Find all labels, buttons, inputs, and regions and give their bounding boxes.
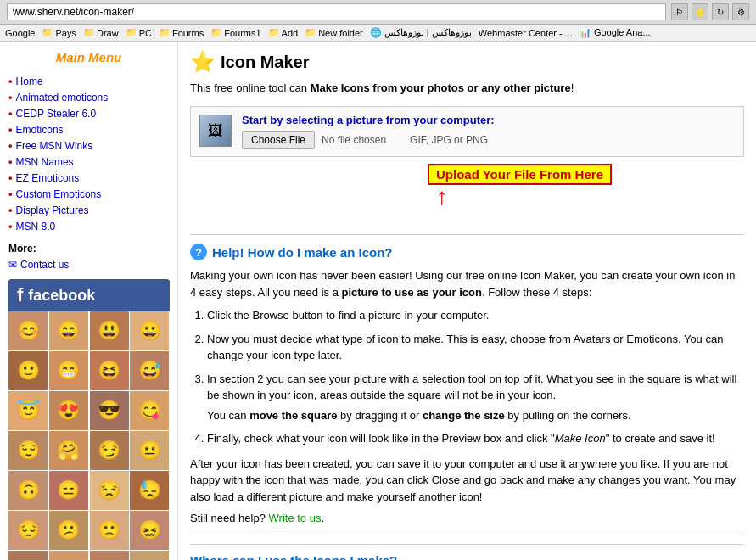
sidebar-item-display[interactable]: Display Pictures (8, 202, 169, 218)
bookmark-pc[interactable]: 📁 PC (126, 27, 152, 38)
star-icon: ⭐ (190, 50, 216, 74)
browser-chrome: www.sherv.net/icon-maker/ 🏳 ⭐ ↻ ⚙ (0, 0, 756, 25)
choose-file-button[interactable]: Choose File (242, 131, 315, 149)
help-intro-paragraph: Making your own icon has never been easi… (190, 267, 744, 300)
bookmark-newfolder[interactable]: 📁 New folder (305, 27, 363, 38)
sidebar-item-ez[interactable]: EZ Emoticons (8, 170, 169, 186)
upload-annotation-container: Upload Your File From Here ↑ (428, 164, 612, 209)
fb-photo-17: 🙃 (8, 471, 48, 510)
sidebar-link-display[interactable]: Display Pictures (16, 204, 89, 216)
step-3-extra: You can move the square by dragging it o… (207, 407, 744, 424)
divider-1 (190, 234, 744, 235)
intro-paragraph: This free online tool can Make Icons fro… (190, 81, 744, 96)
sidebar-item-animated[interactable]: Animated emoticons (8, 89, 169, 105)
divider-2 (190, 535, 744, 535)
step-2: Now you must decide what type of icon to… (207, 331, 744, 364)
browser-icons: 🏳 ⭐ ↻ ⚙ (671, 3, 749, 20)
step-1: Click the Browse button to find a pictur… (207, 307, 744, 324)
address-bar[interactable]: www.sherv.net/icon-maker/ (7, 3, 666, 20)
fb-photo-12: 😋 (130, 391, 169, 430)
sidebar-link-winks[interactable]: Free MSN Winks (16, 140, 93, 152)
sidebar-item-emoticons[interactable]: Emoticons (8, 121, 169, 137)
fb-photo-22: 😕 (49, 511, 88, 550)
settings-icon[interactable]: ⚙ (732, 3, 749, 20)
sidebar-menu: Home Animated emoticons CEDP Stealer 6.0… (8, 73, 169, 234)
sidebar-link-names[interactable]: MSN Names (16, 156, 74, 168)
step-1-text: Click the Browse button to find a pictur… (207, 309, 489, 322)
still-need-text: Still need help? Write to us. (190, 512, 744, 524)
fb-photo-2: 😄 (49, 311, 88, 350)
after-text: After your icon has been created, you ca… (190, 456, 744, 506)
upload-image-icon: 🖼 (199, 115, 232, 147)
where-title: Where can I use the Icons I make? (190, 553, 744, 560)
fb-photo-grid: 😊 😄 😃 😀 🙂 😁 😆 😅 😇 😍 😎 😋 😌 🤗 😏 😐 (8, 311, 170, 560)
fb-photo-14: 🤗 (49, 431, 88, 470)
sidebar-link-custom[interactable]: Custom Emoticons (16, 188, 102, 200)
sidebar-link-ez[interactable]: EZ Emoticons (16, 172, 80, 184)
fb-photo-15: 😏 (90, 431, 129, 470)
contact-us-label: Contact us (20, 259, 69, 271)
fb-photo-16: 😐 (130, 431, 169, 470)
arrow-up-icon: ↑ (436, 185, 448, 209)
sidebar-item-winks[interactable]: Free MSN Winks (8, 137, 169, 154)
sidebar-link-animated[interactable]: Animated emoticons (16, 92, 109, 104)
help-icon: ? (190, 244, 207, 260)
file-types-text: GIF, JPG or PNG (410, 134, 488, 146)
step-4-text: Finally, check what your icon will look … (207, 432, 715, 445)
where-section: Where can I use the Icons I make? That d… (190, 544, 744, 560)
sidebar-link-msn8[interactable]: MSN 8.0 (16, 221, 56, 232)
bookmark-pays[interactable]: 📁 Pays (42, 27, 76, 38)
flag-icon: 🏳 (671, 3, 688, 20)
sidebar-item-msn8[interactable]: MSN 8.0 (8, 218, 169, 234)
bookmark-fourms1[interactable]: 📁 Fourms1 (210, 27, 260, 38)
fb-photo-4: 😀 (130, 311, 169, 350)
fb-photo-18: 😑 (49, 471, 88, 510)
fb-photo-1: 😊 (8, 311, 48, 350)
fb-photo-8: 😅 (130, 351, 169, 390)
bookmark-google-ana[interactable]: 📊 Google Ana... (580, 27, 651, 38)
star-browser-icon[interactable]: ⭐ (692, 3, 708, 20)
contact-us-link[interactable]: ✉ Contact us (8, 259, 169, 271)
step-3-text: In section 2 you can see your picture wi… (207, 372, 736, 402)
bookmark-add[interactable]: 📁 Add (268, 27, 299, 38)
step-4: Finally, check what your icon will look … (207, 430, 744, 447)
write-us-link[interactable]: Write to us (269, 512, 322, 524)
sidebar-more-label: More: (8, 243, 169, 255)
sidebar-link-cedp[interactable]: CEDP Stealer 6.0 (16, 108, 97, 120)
fb-photo-24: 😖 (130, 511, 169, 550)
page-header: ⭐ Icon Maker (190, 50, 744, 74)
upload-controls-row: Choose File No file chosen GIF, JPG or P… (242, 131, 735, 149)
bookmark-google[interactable]: Google (5, 28, 35, 38)
step3-bold1: move the square (249, 409, 337, 422)
fb-photo-21: 😔 (8, 511, 48, 550)
sidebar-link-emoticons[interactable]: Emoticons (16, 124, 64, 136)
upload-section: 🖼 Start by selecting a picture from your… (190, 106, 744, 157)
fb-photo-13: 😌 (8, 431, 48, 470)
help-intro-bold: picture to use as your icon (342, 286, 482, 299)
step3-pre: You can (207, 409, 249, 422)
upload-annotation-label: Upload Your File From Here (428, 164, 612, 185)
bookmark-draw[interactable]: 📁 Draw (83, 27, 119, 38)
sidebar-item-custom[interactable]: Custom Emoticons (8, 186, 169, 202)
fb-logo: f (17, 284, 23, 306)
sidebar-item-names[interactable]: MSN Names (8, 154, 169, 170)
fb-photo-23: 🙁 (90, 511, 129, 550)
fb-photo-9: 😇 (8, 391, 48, 430)
upload-right-panel: Start by selecting a picture from your c… (242, 114, 735, 149)
annotation-wrapper: Upload Your File From Here ↑ (428, 164, 612, 209)
intro-text: This free online tool can (190, 81, 311, 94)
refresh-icon[interactable]: ↻ (712, 3, 729, 20)
step3-bold2: change the size (423, 409, 505, 422)
bookmark-fourms[interactable]: 📁 Fourms (159, 27, 204, 38)
bookmark-arabic[interactable]: 🌐 پوزوهاکس | پوزوهاکس (370, 27, 472, 38)
bookmark-webmaster[interactable]: Webmaster Center - ... (479, 28, 573, 38)
sidebar-item-home[interactable]: Home (8, 73, 169, 89)
sidebar-item-cedp[interactable]: CEDP Stealer 6.0 (8, 105, 169, 121)
upload-label: Start by selecting a picture from your c… (242, 114, 735, 126)
fb-photo-6: 😁 (49, 351, 88, 390)
no-file-text: No file chosen (322, 134, 386, 146)
fb-photo-27: 😙 (90, 551, 129, 560)
content-area: ⭐ Icon Maker This free online tool can M… (178, 42, 756, 560)
sidebar-link-home[interactable]: Home (16, 76, 43, 87)
help-intro-end: . Follow these 4 steps: (482, 286, 591, 299)
